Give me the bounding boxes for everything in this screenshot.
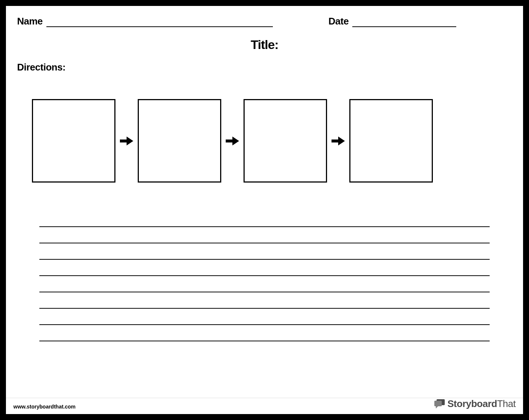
date-field: Date: [329, 16, 456, 27]
worksheet-page: Name Date Title: Directions:: [6, 6, 523, 414]
writing-line[interactable]: [39, 243, 490, 260]
flow-sequence: [17, 99, 512, 183]
directions-row: Directions:: [17, 62, 512, 73]
writing-line[interactable]: [39, 260, 490, 276]
svg-marker-1: [127, 137, 133, 145]
writing-line[interactable]: [39, 276, 490, 292]
svg-marker-5: [338, 137, 345, 145]
footer-url: www.storyboardthat.com: [13, 404, 76, 410]
title-row: Title:: [17, 37, 512, 52]
writing-line[interactable]: [39, 227, 490, 243]
svg-rect-0: [120, 140, 127, 142]
date-label: Date: [329, 16, 349, 27]
name-input-line[interactable]: [46, 18, 273, 27]
name-label: Name: [17, 16, 43, 27]
writing-line[interactable]: [39, 292, 490, 309]
svg-rect-2: [226, 140, 233, 142]
name-field: Name: [17, 16, 273, 27]
brand-logo: StoryboardThat: [434, 398, 516, 410]
directions-label: Directions:: [17, 62, 65, 73]
writing-line[interactable]: [39, 309, 490, 325]
svg-rect-4: [332, 140, 339, 142]
date-input-line[interactable]: [352, 18, 456, 27]
header-row: Name Date: [17, 16, 512, 27]
brand-text: StoryboardThat: [447, 398, 516, 410]
title-label: Title:: [251, 37, 278, 52]
writing-line[interactable]: [39, 211, 490, 227]
flow-box-3[interactable]: [244, 99, 327, 183]
speech-bubble-icon: [434, 399, 445, 409]
svg-rect-7: [434, 401, 442, 406]
brand-bold: Storyboard: [447, 398, 497, 409]
writing-line[interactable]: [39, 325, 490, 341]
svg-marker-8: [436, 406, 438, 408]
arrow-right-icon: [327, 136, 349, 146]
arrow-right-icon: [115, 136, 138, 146]
svg-marker-3: [232, 137, 239, 145]
flow-box-1[interactable]: [32, 99, 115, 183]
flow-box-2[interactable]: [138, 99, 221, 183]
writing-lines-area: [17, 211, 512, 341]
flow-box-4[interactable]: [349, 99, 433, 183]
arrow-right-icon: [221, 136, 244, 146]
footer: www.storyboardthat.com StoryboardThat: [6, 398, 523, 412]
brand-light: That: [497, 398, 516, 409]
